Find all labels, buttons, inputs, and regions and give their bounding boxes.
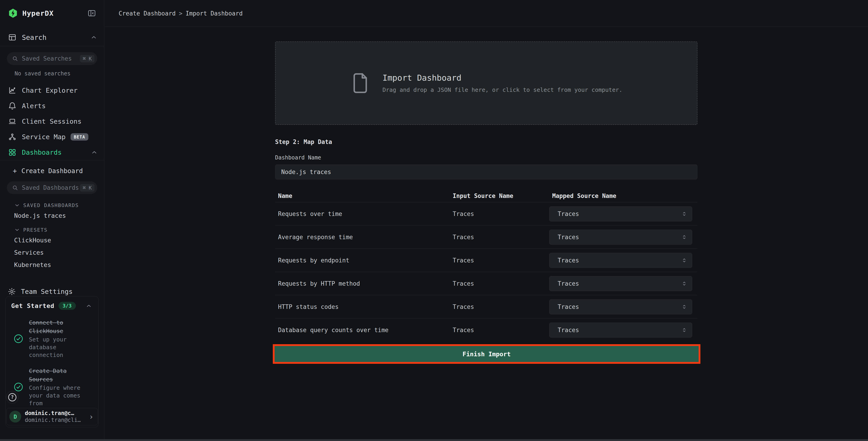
mapped-source-select[interactable]: Traces [549,253,692,268]
selected-option: Traces [558,280,579,287]
dashboards-subsection: + Create Dashboard Saved Dashboards ⌘ K … [0,164,104,270]
saved-searches-input[interactable]: Saved Searches ⌘ K [7,52,97,65]
sidebar-item-chart-explorer[interactable]: Chart Explorer [0,83,104,98]
dashboard-name-label: Dashboard Name [275,154,698,161]
help-button[interactable]: ? [6,391,19,404]
app-window: HyperDX Search Saved Searches ⌘ K No sav… [0,0,868,441]
group-label: PRESETS [23,227,48,233]
get-started-item-sources[interactable]: Create Data Sources Configure where your… [11,367,92,407]
finish-import-button[interactable]: Finish Import [275,346,699,362]
input-source-name: Traces [450,257,549,264]
chevrons-up-down-icon [681,257,687,264]
search-icon [12,55,18,62]
chevrons-up-down-icon [681,304,687,310]
sidebar-item-label: Service Map [22,133,66,141]
dropzone-subtitle: Drag and drop a JSON file here, or click… [382,87,623,93]
get-started-item-connect[interactable]: Connect to ClickHouse Set up your databa… [11,319,92,359]
check-circle-icon [11,382,26,392]
sidebar-item-client-sessions[interactable]: Client Sessions [0,114,104,129]
chart-name: Requests by HTTP method [275,280,450,287]
col-header-input-source: Input Source Name [450,193,549,199]
selected-option: Traces [558,327,579,333]
search-section-header[interactable]: Search [0,30,104,45]
saved-dashboards-placeholder: Saved Dashboards [22,184,80,191]
sidebar-item-label: Chart Explorer [22,87,78,94]
user-name: dominic.tran@c… [25,410,81,416]
breadcrumb-create-dashboard[interactable]: Create Dashboard [119,10,176,17]
mapped-source-select[interactable]: Traces [549,206,692,222]
get-started-header[interactable]: Get Started 3/3 [11,302,92,310]
preset-item-services[interactable]: Services [0,247,104,258]
dashboard-item-nodejs-traces[interactable]: Node.js traces [0,210,104,221]
chevron-down-icon [14,227,20,233]
chart-name: Requests over time [275,210,450,217]
group-presets[interactable]: PRESETS [0,227,104,233]
breadcrumb-import-dashboard: Import Dashboard [186,10,243,17]
sidebar-item-service-map[interactable]: Service Map BETA [0,129,104,145]
get-started-item-desc: Configure where your data comes from [29,384,92,407]
sidebar-item-alerts[interactable]: Alerts [0,98,104,114]
get-started-item-title: Connect to ClickHouse [29,319,92,335]
app-title: HyperDX [22,9,54,17]
dashboard-name-input[interactable]: Node.js traces [275,165,698,179]
gear-icon [8,288,16,296]
sidebar-item-label: Alerts [22,102,46,110]
panel-collapse-icon [87,9,96,18]
chevrons-up-down-icon [681,211,687,217]
mapped-source-select[interactable]: Traces [549,323,692,337]
chart-name: HTTP status codes [275,303,450,310]
dropzone-title: Import Dashboard [382,73,623,83]
chevrons-up-down-icon [681,327,687,333]
get-started-panel: Get Started 3/3 Connect to ClickHouse Se… [5,296,99,427]
bell-icon [8,102,17,110]
chevron-up-icon [86,303,92,309]
create-dashboard-button[interactable]: + Create Dashboard [0,164,104,178]
group-label: SAVED DASHBOARDS [23,203,79,208]
sidebar-item-label: Dashboards [22,149,62,156]
preset-item-clickhouse[interactable]: ClickHouse [0,235,104,245]
plus-icon: + [13,167,17,175]
preset-item-kubernetes[interactable]: Kubernetes [0,259,104,270]
table-row: Database query counts over time Traces T… [275,319,698,342]
sidebar-item-label: Client Sessions [22,118,82,125]
group-saved-dashboards[interactable]: SAVED DASHBOARDS [0,202,104,209]
saved-dashboards-input[interactable]: Saved Dashboards ⌘ K [7,181,97,194]
table-header-row: Name Input Source Name Mapped Source Nam… [275,189,698,202]
input-source-name: Traces [450,303,549,310]
create-dashboard-label: Create Dashboard [22,167,83,175]
table-row: Requests by HTTP method Traces Traces [275,272,698,295]
mapped-source-select[interactable]: Traces [549,276,692,291]
main-area: Create Dashboard > Import Dashboard Impo… [104,0,868,441]
file-icon [350,71,370,95]
chart-name: Database query counts over time [275,327,450,333]
chevrons-up-down-icon [681,234,687,240]
input-source-name: Traces [450,210,549,217]
json-file-dropzone[interactable]: Import Dashboard Drag and drop a JSON fi… [275,41,698,125]
hyperdx-logo-icon [8,8,18,19]
table-row: Requests by endpoint Traces Traces [275,249,698,272]
beta-badge: BETA [70,133,88,141]
sidebar-item-dashboards[interactable]: Dashboards [0,145,104,160]
mapped-source-select[interactable]: Traces [549,230,692,245]
mapped-source-select[interactable]: Traces [549,299,692,314]
no-saved-searches-text: No saved searches [0,70,104,77]
selected-option: Traces [558,303,579,310]
saved-searches-placeholder: Saved Searches [22,55,80,62]
get-started-item-title: Create Data Sources [29,367,92,384]
table-row: Average response time Traces Traces [275,226,698,249]
sidebar-collapse-button[interactable] [87,9,96,18]
get-started-item-desc: Set up your database connection [29,336,92,359]
horizontal-scrollbar[interactable] [0,439,868,441]
chart-explorer-icon [8,86,17,94]
chevrons-up-down-icon [681,281,687,287]
chevron-down-icon [14,202,20,208]
search-icon [12,184,18,191]
breadcrumb-bar: Create Dashboard > Import Dashboard [104,0,868,27]
shortcut-badge: ⌘ K [80,184,94,192]
input-source-name: Traces [450,280,549,287]
selected-option: Traces [558,234,579,240]
table-row: HTTP status codes Traces Traces [275,295,698,319]
input-source-name: Traces [450,234,549,240]
team-settings-label: Team Settings [21,288,73,295]
user-account-button[interactable]: D dominic.tran@c… dominic.tran@cli… › [6,408,98,425]
